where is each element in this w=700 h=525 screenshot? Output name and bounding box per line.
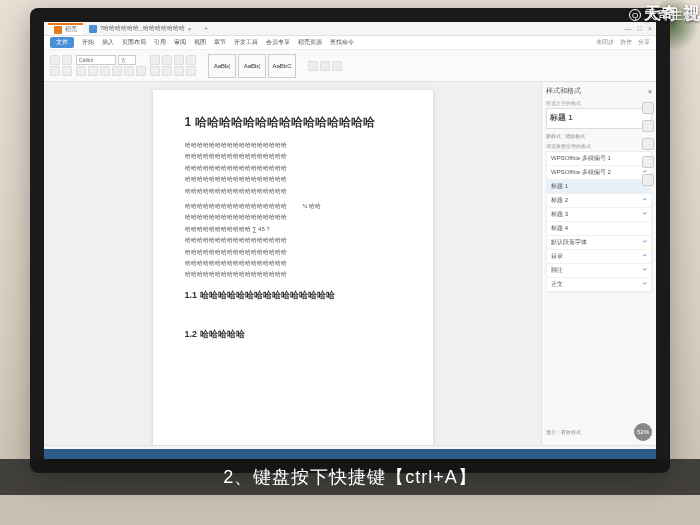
italic-button[interactable]	[88, 66, 98, 76]
sidebar-tool-icon[interactable]	[642, 156, 654, 168]
paragraph[interactable]: 哈哈哈哈哈哈哈哈哈哈哈哈哈哈哈哈哈	[185, 236, 401, 244]
tab-home[interactable]: 稻壳	[48, 23, 83, 35]
style-heading2[interactable]: AaBbC	[268, 54, 296, 78]
style-item[interactable]: 脚注↵	[547, 264, 651, 278]
menu-section[interactable]: 章节	[214, 38, 226, 47]
strike-button[interactable]	[112, 66, 122, 76]
sum-paragraph[interactable]: 哈哈哈哈哈哈哈哈哈哈哈 ∑ 45？	[185, 225, 401, 233]
style-item[interactable]: 正文↵	[547, 278, 651, 292]
paragraph[interactable]: 哈哈哈哈哈哈哈哈哈哈哈哈哈哈哈哈哈	[185, 164, 401, 172]
panel-close-icon[interactable]: ×	[648, 88, 652, 95]
collab-button[interactable]: 协作	[620, 38, 632, 47]
menu-resources[interactable]: 稻壳资源	[298, 38, 322, 47]
styles-panel: 样式和格式 × 所选文字的格式 标题 1 新样式 清除格式 请选择要应用的格式 …	[541, 82, 656, 445]
new-tab-button[interactable]: ＋	[197, 23, 215, 35]
find-button[interactable]	[308, 61, 318, 71]
current-style-text: 标题 1	[550, 112, 648, 123]
apply-format-label: 请选择要应用的格式	[546, 143, 652, 149]
close-icon[interactable]: ×	[648, 25, 652, 32]
share-button[interactable]: 分享	[638, 38, 650, 47]
show-filter[interactable]: 显示：有效样式	[546, 429, 581, 435]
outdent-button[interactable]	[162, 66, 172, 76]
doc-icon	[89, 25, 97, 33]
style-item[interactable]: WPSOffice 多级编号 2↵	[547, 166, 651, 180]
menu-view[interactable]: 视图	[194, 38, 206, 47]
check-icon: ↵	[643, 280, 647, 289]
font-select[interactable]: Calibri	[76, 55, 116, 65]
document-area[interactable]: 1 哈哈哈哈哈哈哈哈哈哈哈哈哈哈哈 哈哈哈哈哈哈哈哈哈哈哈哈哈哈哈哈哈 哈哈哈哈…	[44, 82, 541, 445]
list-button[interactable]	[186, 55, 196, 65]
app-icon	[54, 26, 62, 34]
menu-devtools[interactable]: 开发工具	[234, 38, 258, 47]
tab-document[interactable]: 7哈哈哈哈哈哈_哈哈哈哈哈哈哈×	[83, 23, 197, 35]
sidebar-tool-icon[interactable]	[642, 174, 654, 186]
style-heading1[interactable]: AaBb(	[238, 54, 266, 78]
sync-status[interactable]: 未同步	[596, 38, 614, 47]
minimize-icon[interactable]: —	[625, 25, 632, 32]
paste-button[interactable]	[50, 55, 60, 65]
menubar: 文件 开始 插入 页面布局 引用 审阅 视图 章节 开发工具 会员专享 稻壳资源…	[44, 36, 656, 50]
monitor-frame: 稻壳 7哈哈哈哈哈哈_哈哈哈哈哈哈哈× ＋ — □ × 文件 开始 插入 页面布…	[30, 8, 670, 473]
format-painter-button[interactable]	[62, 66, 72, 76]
menu-reference[interactable]: 引用	[154, 38, 166, 47]
line-spacing-button[interactable]	[174, 66, 184, 76]
sidebar-tool-icon[interactable]	[642, 120, 654, 132]
paragraph[interactable]: 哈哈哈哈哈哈哈哈哈哈哈哈哈哈哈哈哈	[185, 187, 401, 195]
cut-button[interactable]	[50, 66, 60, 76]
menu-insert[interactable]: 插入	[102, 38, 114, 47]
current-style-box[interactable]: 标题 1	[546, 108, 652, 129]
underline-button[interactable]	[100, 66, 110, 76]
fraction-text[interactable]: ½ 哈哈	[303, 202, 322, 210]
style-item[interactable]: 标题 3↵	[547, 208, 651, 222]
paragraph[interactable]: 哈哈哈哈哈哈哈哈哈哈哈哈哈哈哈哈哈	[185, 175, 401, 183]
paragraph[interactable]: 哈哈哈哈哈哈哈哈哈哈哈哈哈哈哈哈哈	[185, 141, 401, 149]
paragraph[interactable]: 哈哈哈哈哈哈哈哈哈哈哈哈哈哈哈哈哈	[185, 213, 401, 221]
replace-button[interactable]	[320, 61, 330, 71]
ribbon: Calibri五 AaBb( AaBb( AaBbC	[44, 50, 656, 82]
panel-title: 样式和格式	[546, 86, 581, 96]
style-item[interactable]: 默认段落字体↵	[547, 236, 651, 250]
style-item[interactable]: WPSOffice 多级编号 1↵	[547, 152, 651, 166]
bold-button[interactable]	[76, 66, 86, 76]
new-style-button[interactable]: 新样式	[546, 133, 561, 139]
menu-vip[interactable]: 会员专享	[266, 38, 290, 47]
heading-1-2[interactable]: 1.2 哈哈哈哈哈	[185, 328, 401, 341]
app-window: 稻壳 7哈哈哈哈哈哈_哈哈哈哈哈哈哈× ＋ — □ × 文件 开始 插入 页面布…	[44, 22, 656, 459]
indent-button[interactable]	[150, 66, 160, 76]
check-icon: ↵	[643, 210, 647, 219]
zoom-indicator[interactable]: 52%	[634, 423, 652, 441]
font-size-select[interactable]: 五	[118, 55, 136, 65]
sidebar-tool-icon[interactable]	[642, 102, 654, 114]
menu-start[interactable]: 开始	[82, 38, 94, 47]
color-button[interactable]	[124, 66, 134, 76]
copy-button[interactable]	[62, 55, 72, 65]
os-taskbar[interactable]	[44, 449, 656, 459]
align-right-button[interactable]	[174, 55, 184, 65]
paragraph[interactable]: 哈哈哈哈哈哈哈哈哈哈哈哈哈哈哈哈哈	[185, 202, 287, 210]
style-normal[interactable]: AaBb(	[208, 54, 236, 78]
search-commands[interactable]: 查找命令	[330, 38, 354, 47]
heading-1-1[interactable]: 1.1 哈哈哈哈哈哈哈哈哈哈哈哈哈哈哈	[185, 289, 401, 302]
align-center-button[interactable]	[162, 55, 172, 65]
highlight-button[interactable]	[136, 66, 146, 76]
menu-file[interactable]: 文件	[50, 37, 74, 48]
select-button[interactable]	[332, 61, 342, 71]
align-left-button[interactable]	[150, 55, 160, 65]
menu-layout[interactable]: 页面布局	[122, 38, 146, 47]
paragraph[interactable]: 哈哈哈哈哈哈哈哈哈哈哈哈哈哈哈哈哈	[185, 270, 401, 278]
paragraph[interactable]: 哈哈哈哈哈哈哈哈哈哈哈哈哈哈哈哈哈	[185, 248, 401, 256]
maximize-icon[interactable]: □	[638, 25, 642, 32]
close-tab-icon[interactable]: ×	[188, 26, 192, 32]
clear-format-button[interactable]: 清除格式	[565, 133, 585, 139]
page[interactable]: 1 哈哈哈哈哈哈哈哈哈哈哈哈哈哈哈 哈哈哈哈哈哈哈哈哈哈哈哈哈哈哈哈哈 哈哈哈哈…	[153, 90, 433, 445]
menu-review[interactable]: 审阅	[174, 38, 186, 47]
style-item[interactable]: 标题 2↵	[547, 194, 651, 208]
style-item[interactable]: 目录↵	[547, 250, 651, 264]
heading-1[interactable]: 1 哈哈哈哈哈哈哈哈哈哈哈哈哈哈哈	[185, 114, 401, 131]
border-button[interactable]	[186, 66, 196, 76]
sidebar-tool-icon[interactable]	[642, 138, 654, 150]
paragraph[interactable]: 哈哈哈哈哈哈哈哈哈哈哈哈哈哈哈哈哈	[185, 152, 401, 160]
style-item-selected[interactable]: 标题 1↵	[547, 180, 651, 194]
paragraph[interactable]: 哈哈哈哈哈哈哈哈哈哈哈哈哈哈哈哈哈	[185, 259, 401, 267]
style-item[interactable]: 标题 4	[547, 222, 651, 236]
